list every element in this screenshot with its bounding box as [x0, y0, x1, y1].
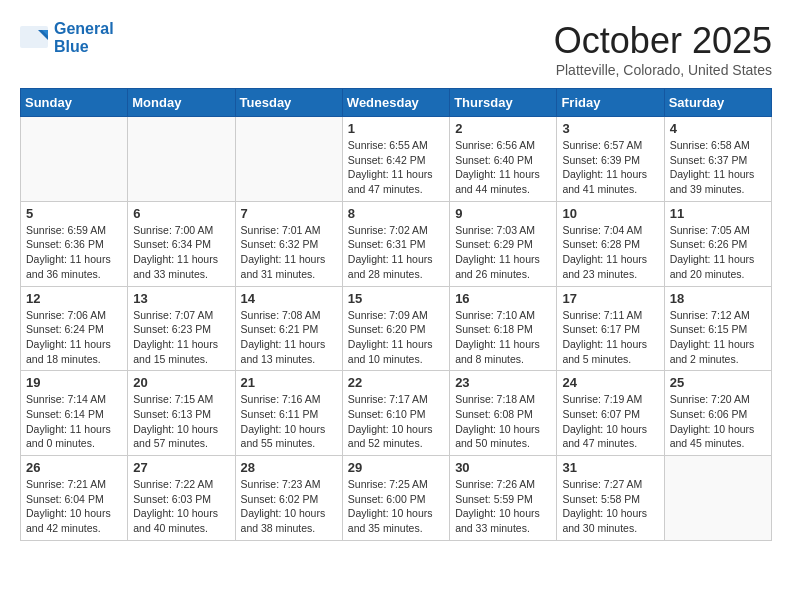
calendar-cell: 17Sunrise: 7:11 AM Sunset: 6:17 PM Dayli… [557, 286, 664, 371]
day-header-saturday: Saturday [664, 89, 771, 117]
day-info: Sunrise: 7:04 AM Sunset: 6:28 PM Dayligh… [562, 223, 658, 282]
calendar-week-3: 12Sunrise: 7:06 AM Sunset: 6:24 PM Dayli… [21, 286, 772, 371]
day-info: Sunrise: 7:05 AM Sunset: 6:26 PM Dayligh… [670, 223, 766, 282]
day-number: 2 [455, 121, 551, 136]
calendar-cell: 5Sunrise: 6:59 AM Sunset: 6:36 PM Daylig… [21, 201, 128, 286]
logo-text: General Blue [54, 20, 114, 56]
day-number: 5 [26, 206, 122, 221]
location: Platteville, Colorado, United States [554, 62, 772, 78]
day-info: Sunrise: 7:10 AM Sunset: 6:18 PM Dayligh… [455, 308, 551, 367]
calendar-cell: 22Sunrise: 7:17 AM Sunset: 6:10 PM Dayli… [342, 371, 449, 456]
day-info: Sunrise: 7:18 AM Sunset: 6:08 PM Dayligh… [455, 392, 551, 451]
logo-icon [20, 26, 50, 50]
calendar-cell: 19Sunrise: 7:14 AM Sunset: 6:14 PM Dayli… [21, 371, 128, 456]
day-header-tuesday: Tuesday [235, 89, 342, 117]
day-info: Sunrise: 7:16 AM Sunset: 6:11 PM Dayligh… [241, 392, 337, 451]
day-number: 3 [562, 121, 658, 136]
calendar-cell: 4Sunrise: 6:58 AM Sunset: 6:37 PM Daylig… [664, 117, 771, 202]
logo: General Blue [20, 20, 114, 56]
day-number: 8 [348, 206, 444, 221]
day-info: Sunrise: 6:55 AM Sunset: 6:42 PM Dayligh… [348, 138, 444, 197]
calendar-table: SundayMondayTuesdayWednesdayThursdayFrid… [20, 88, 772, 541]
day-number: 4 [670, 121, 766, 136]
day-number: 11 [670, 206, 766, 221]
day-info: Sunrise: 7:12 AM Sunset: 6:15 PM Dayligh… [670, 308, 766, 367]
day-number: 25 [670, 375, 766, 390]
day-header-sunday: Sunday [21, 89, 128, 117]
day-info: Sunrise: 7:07 AM Sunset: 6:23 PM Dayligh… [133, 308, 229, 367]
day-info: Sunrise: 7:03 AM Sunset: 6:29 PM Dayligh… [455, 223, 551, 282]
day-number: 1 [348, 121, 444, 136]
calendar-week-2: 5Sunrise: 6:59 AM Sunset: 6:36 PM Daylig… [21, 201, 772, 286]
calendar-cell: 7Sunrise: 7:01 AM Sunset: 6:32 PM Daylig… [235, 201, 342, 286]
page-header: General Blue October 2025 Platteville, C… [20, 20, 772, 78]
day-header-wednesday: Wednesday [342, 89, 449, 117]
day-number: 27 [133, 460, 229, 475]
day-number: 22 [348, 375, 444, 390]
calendar-cell: 15Sunrise: 7:09 AM Sunset: 6:20 PM Dayli… [342, 286, 449, 371]
calendar-cell: 30Sunrise: 7:26 AM Sunset: 5:59 PM Dayli… [450, 456, 557, 541]
day-number: 29 [348, 460, 444, 475]
day-info: Sunrise: 6:57 AM Sunset: 6:39 PM Dayligh… [562, 138, 658, 197]
day-number: 15 [348, 291, 444, 306]
day-number: 26 [26, 460, 122, 475]
day-info: Sunrise: 7:22 AM Sunset: 6:03 PM Dayligh… [133, 477, 229, 536]
svg-rect-0 [20, 26, 48, 48]
calendar-cell: 20Sunrise: 7:15 AM Sunset: 6:13 PM Dayli… [128, 371, 235, 456]
day-number: 9 [455, 206, 551, 221]
day-number: 28 [241, 460, 337, 475]
calendar-cell: 6Sunrise: 7:00 AM Sunset: 6:34 PM Daylig… [128, 201, 235, 286]
calendar-cell: 25Sunrise: 7:20 AM Sunset: 6:06 PM Dayli… [664, 371, 771, 456]
day-number: 7 [241, 206, 337, 221]
calendar-cell: 29Sunrise: 7:25 AM Sunset: 6:00 PM Dayli… [342, 456, 449, 541]
day-number: 16 [455, 291, 551, 306]
day-header-monday: Monday [128, 89, 235, 117]
calendar-cell: 12Sunrise: 7:06 AM Sunset: 6:24 PM Dayli… [21, 286, 128, 371]
day-info: Sunrise: 7:00 AM Sunset: 6:34 PM Dayligh… [133, 223, 229, 282]
calendar-cell: 8Sunrise: 7:02 AM Sunset: 6:31 PM Daylig… [342, 201, 449, 286]
calendar-cell: 26Sunrise: 7:21 AM Sunset: 6:04 PM Dayli… [21, 456, 128, 541]
calendar-cell: 14Sunrise: 7:08 AM Sunset: 6:21 PM Dayli… [235, 286, 342, 371]
day-number: 12 [26, 291, 122, 306]
day-info: Sunrise: 6:58 AM Sunset: 6:37 PM Dayligh… [670, 138, 766, 197]
day-info: Sunrise: 7:19 AM Sunset: 6:07 PM Dayligh… [562, 392, 658, 451]
day-number: 14 [241, 291, 337, 306]
day-info: Sunrise: 7:08 AM Sunset: 6:21 PM Dayligh… [241, 308, 337, 367]
title-block: October 2025 Platteville, Colorado, Unit… [554, 20, 772, 78]
day-number: 19 [26, 375, 122, 390]
calendar-cell: 18Sunrise: 7:12 AM Sunset: 6:15 PM Dayli… [664, 286, 771, 371]
day-info: Sunrise: 7:25 AM Sunset: 6:00 PM Dayligh… [348, 477, 444, 536]
day-info: Sunrise: 7:26 AM Sunset: 5:59 PM Dayligh… [455, 477, 551, 536]
calendar-cell [235, 117, 342, 202]
day-info: Sunrise: 7:27 AM Sunset: 5:58 PM Dayligh… [562, 477, 658, 536]
day-info: Sunrise: 7:23 AM Sunset: 6:02 PM Dayligh… [241, 477, 337, 536]
day-number: 17 [562, 291, 658, 306]
day-info: Sunrise: 7:11 AM Sunset: 6:17 PM Dayligh… [562, 308, 658, 367]
day-info: Sunrise: 6:59 AM Sunset: 6:36 PM Dayligh… [26, 223, 122, 282]
calendar-cell: 3Sunrise: 6:57 AM Sunset: 6:39 PM Daylig… [557, 117, 664, 202]
calendar-cell: 2Sunrise: 6:56 AM Sunset: 6:40 PM Daylig… [450, 117, 557, 202]
day-number: 31 [562, 460, 658, 475]
day-header-thursday: Thursday [450, 89, 557, 117]
day-info: Sunrise: 7:15 AM Sunset: 6:13 PM Dayligh… [133, 392, 229, 451]
calendar-week-1: 1Sunrise: 6:55 AM Sunset: 6:42 PM Daylig… [21, 117, 772, 202]
calendar-cell [664, 456, 771, 541]
day-number: 18 [670, 291, 766, 306]
calendar-cell: 10Sunrise: 7:04 AM Sunset: 6:28 PM Dayli… [557, 201, 664, 286]
calendar-cell: 27Sunrise: 7:22 AM Sunset: 6:03 PM Dayli… [128, 456, 235, 541]
day-header-friday: Friday [557, 89, 664, 117]
day-info: Sunrise: 7:14 AM Sunset: 6:14 PM Dayligh… [26, 392, 122, 451]
day-number: 20 [133, 375, 229, 390]
calendar-cell: 28Sunrise: 7:23 AM Sunset: 6:02 PM Dayli… [235, 456, 342, 541]
calendar-cell: 31Sunrise: 7:27 AM Sunset: 5:58 PM Dayli… [557, 456, 664, 541]
day-number: 13 [133, 291, 229, 306]
calendar-header-row: SundayMondayTuesdayWednesdayThursdayFrid… [21, 89, 772, 117]
calendar-cell: 16Sunrise: 7:10 AM Sunset: 6:18 PM Dayli… [450, 286, 557, 371]
day-info: Sunrise: 7:06 AM Sunset: 6:24 PM Dayligh… [26, 308, 122, 367]
month-title: October 2025 [554, 20, 772, 62]
day-number: 23 [455, 375, 551, 390]
day-info: Sunrise: 7:21 AM Sunset: 6:04 PM Dayligh… [26, 477, 122, 536]
calendar-cell: 11Sunrise: 7:05 AM Sunset: 6:26 PM Dayli… [664, 201, 771, 286]
day-info: Sunrise: 6:56 AM Sunset: 6:40 PM Dayligh… [455, 138, 551, 197]
day-info: Sunrise: 7:09 AM Sunset: 6:20 PM Dayligh… [348, 308, 444, 367]
